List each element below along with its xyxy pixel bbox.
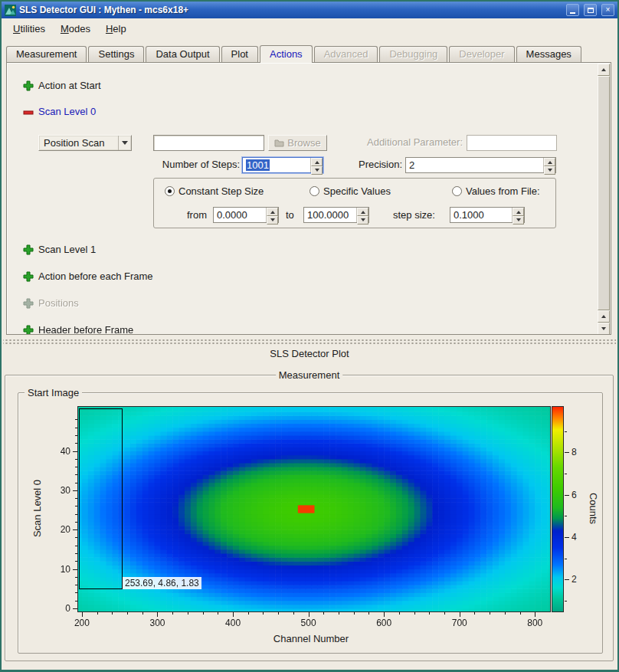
y-minor-tick	[75, 435, 77, 436]
colorbar-minor-tick	[565, 516, 567, 516]
y-minor-tick	[75, 459, 77, 460]
tab-data-output[interactable]: Data Output	[146, 46, 219, 62]
to-spinbox[interactable]: 100.0000	[303, 207, 369, 223]
plot-canvas-frame: 253.69, 4.86, 1.83	[77, 406, 551, 612]
minimize-button[interactable]	[566, 4, 579, 16]
tracker-tooltip: 253.69, 4.86, 1.83	[123, 577, 201, 589]
additional-parameter-label: Additional Parameter:	[355, 136, 463, 149]
number-of-steps-spinbox[interactable]: 1001	[242, 157, 323, 173]
y-tick-label: 30	[35, 485, 70, 496]
y-major-tick	[73, 608, 77, 609]
precision-spinbox[interactable]: 2	[405, 157, 556, 173]
values-from-file-label[interactable]: Values from File:	[466, 185, 540, 198]
specific-values-radio[interactable]	[310, 186, 319, 196]
menu-modes[interactable]: Modes	[53, 20, 98, 38]
y-tick-label: 40	[35, 446, 70, 457]
y-minor-tick	[75, 601, 77, 602]
x-major-tick	[384, 612, 385, 617]
tab-messages[interactable]: Messages	[516, 46, 581, 62]
y-minor-tick	[75, 419, 77, 420]
expand-plus-icon[interactable]	[23, 271, 34, 282]
splitter-handle[interactable]	[3, 338, 616, 345]
browse-button-label: Browse	[287, 137, 320, 149]
y-minor-tick	[75, 546, 77, 546]
x-minor-tick	[97, 612, 98, 615]
spin-down-icon[interactable]	[513, 216, 524, 225]
combo-dropdown-button[interactable]	[118, 136, 131, 150]
vertical-scrollbar[interactable]	[598, 64, 610, 333]
x-tick-label: 700	[444, 618, 475, 628]
spin-down-icon[interactable]	[311, 166, 323, 175]
x-minor-tick	[188, 612, 188, 615]
spin-buttons[interactable]	[543, 158, 555, 172]
spin-down-icon[interactable]	[267, 216, 278, 225]
x-minor-tick	[263, 612, 264, 615]
script-path-input[interactable]	[153, 135, 264, 151]
y-minor-tick	[75, 577, 77, 578]
scan-mode-combobox[interactable]: Position Scan	[38, 135, 132, 151]
to-value: 100.0000	[304, 208, 356, 222]
scroll-up-button-2[interactable]	[598, 310, 610, 323]
spin-buttons[interactable]	[310, 158, 323, 172]
x-tick-label: 800	[519, 618, 550, 628]
y-major-tick	[73, 490, 77, 491]
y-minor-tick	[75, 592, 77, 593]
x-minor-tick	[248, 612, 249, 615]
spin-down-icon[interactable]	[544, 166, 555, 175]
spin-up-icon[interactable]	[311, 158, 323, 166]
scrollbar-thumb[interactable]	[598, 76, 610, 310]
step-options-group: Constant Step Size Specific Values Value…	[153, 178, 556, 228]
spin-buttons[interactable]	[356, 208, 368, 222]
scan-level-0-label[interactable]: Scan Level 0	[38, 106, 96, 118]
spin-down-icon[interactable]	[357, 216, 368, 225]
action-before-frame-label[interactable]: Action before each Frame	[38, 270, 153, 283]
scan-level-1-label[interactable]: Scan Level 1	[38, 244, 96, 256]
spin-buttons[interactable]	[512, 208, 524, 222]
browse-button: Browse	[268, 135, 327, 151]
title-bar[interactable]: SLS Detector GUI : Mythen - mcs6x18+ ×	[2, 2, 617, 18]
menu-help[interactable]: Help	[98, 20, 134, 38]
header-before-frame-label[interactable]: Header before Frame	[38, 324, 133, 335]
tab-advanced: Advanced	[314, 46, 378, 62]
tab-settings[interactable]: Settings	[88, 46, 144, 62]
values-from-file-radio[interactable]	[452, 186, 462, 196]
expand-plus-icon-disabled	[23, 298, 34, 309]
spin-up-icon[interactable]	[357, 208, 368, 216]
expand-plus-icon[interactable]	[23, 80, 34, 91]
step-size-label: step size:	[393, 209, 435, 221]
precision-value: 2	[406, 158, 543, 172]
collapse-minus-icon[interactable]	[23, 107, 34, 118]
constant-step-label[interactable]: Constant Step Size	[178, 185, 264, 198]
tab-actions[interactable]: Actions	[260, 45, 313, 63]
spin-up-icon[interactable]	[544, 158, 555, 166]
menu-bar: Utilities Modes Help	[2, 18, 617, 38]
menu-utilities[interactable]: Utilities	[5, 20, 53, 38]
spin-up-icon[interactable]	[513, 208, 524, 216]
x-minor-tick	[368, 612, 369, 615]
spin-up-icon[interactable]	[267, 208, 278, 216]
tab-plot[interactable]: Plot	[221, 46, 258, 62]
specific-values-label[interactable]: Specific Values	[323, 185, 391, 198]
y-axis-title: Scan Level 0	[31, 463, 43, 555]
tab-measurement[interactable]: Measurement	[6, 46, 87, 62]
close-button[interactable]: ×	[601, 4, 614, 16]
number-of-steps-value: 1001	[246, 159, 270, 171]
from-spinbox[interactable]: 0.0000	[213, 207, 279, 223]
start-image-group: Start Image Scan Level 0 253.69, 4.86, 1…	[18, 392, 603, 654]
scroll-up-button[interactable]	[598, 64, 610, 76]
close-icon: ×	[606, 6, 611, 14]
spin-buttons[interactable]	[266, 208, 278, 222]
expand-plus-icon[interactable]	[23, 244, 34, 255]
constant-step-radio[interactable]	[165, 186, 175, 196]
action-at-start-label[interactable]: Action at Start	[38, 80, 101, 92]
y-tick-label: 10	[35, 564, 70, 575]
step-size-spinbox[interactable]: 0.1000	[450, 207, 525, 223]
colorbar-tick-label: 2	[572, 574, 594, 585]
maximize-button[interactable]	[584, 4, 597, 16]
x-minor-tick	[218, 612, 218, 615]
scroll-down-button[interactable]	[598, 323, 610, 335]
expand-plus-icon[interactable]	[23, 325, 34, 335]
colorbar-frame	[552, 406, 564, 612]
x-tick-label: 200	[67, 618, 97, 628]
y-minor-tick	[75, 522, 77, 523]
